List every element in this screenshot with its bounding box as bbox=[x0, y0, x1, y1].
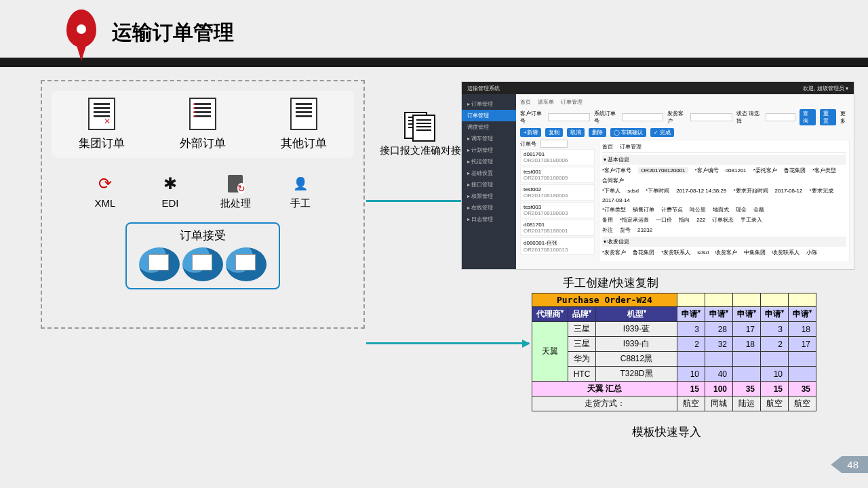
breadcrumb: 首页 派车单 订单管理 bbox=[520, 98, 850, 106]
edi-label: EDI bbox=[161, 197, 178, 209]
manual-label: 手工 bbox=[290, 197, 311, 210]
doc-icon bbox=[290, 98, 317, 130]
order-type-2: 外部订单 bbox=[180, 136, 226, 151]
edi-icon: ✱ bbox=[163, 173, 177, 195]
left-diagram: 集团订单 外部订单 其他订单 ⟳XML ✱EDI 批处理 手工 订单接受 bbox=[41, 80, 365, 329]
page-number: 48 bbox=[831, 456, 868, 473]
pin-icon bbox=[66, 9, 96, 58]
po-table: Purchase Order-W24 代理商▾ 品牌▾ 机型▾ 申请▾ 申请▾ … bbox=[532, 293, 816, 411]
interface-caption: 接口报文准确对接 bbox=[380, 144, 461, 157]
batch-icon bbox=[228, 173, 243, 195]
order-type-3: 其他订单 bbox=[281, 136, 327, 151]
page-title: 运输订单管理 bbox=[112, 19, 234, 47]
doc-icon bbox=[189, 98, 216, 130]
sys-title: 运输管理系统 bbox=[467, 85, 500, 92]
interface-block: 接口报文准确对接 bbox=[380, 112, 461, 157]
pages-icon bbox=[404, 112, 437, 140]
arrow-icon bbox=[366, 342, 529, 344]
order-list: 订单号 d081701OR201708180006 test001OR20170… bbox=[520, 140, 595, 262]
xml-icon: ⟳ bbox=[98, 173, 112, 195]
caption-template: 模板快速导入 bbox=[632, 424, 701, 440]
app-screenshot: 运输管理系统欢迎, 超级管理员 ▾ ▸ 订单管理 订单管理 调度管理 ▸ 调车管… bbox=[461, 81, 854, 270]
order-type-1: 集团订单 bbox=[79, 136, 125, 151]
accept-box: 订单接受 bbox=[125, 222, 280, 289]
doc-icon bbox=[88, 98, 115, 130]
sidebar: ▸ 订单管理 订单管理 调度管理 ▸ 调车管理 ▸ 计划管理 ▸ 托运管理 ▸ … bbox=[462, 94, 516, 269]
order-detail: 首页 订单管理 ▾ 基本信息 *客户订单号OR201708120001 *客户编… bbox=[599, 140, 850, 262]
accept-title: 订单接受 bbox=[134, 228, 272, 243]
xml-label: XML bbox=[95, 197, 116, 209]
batch-label: 批处理 bbox=[220, 197, 251, 210]
manual-icon bbox=[291, 173, 310, 195]
caption-manual: 手工创建/快速复制 bbox=[563, 275, 658, 291]
welcome: 欢迎, 超级管理员 ▾ bbox=[803, 85, 848, 92]
